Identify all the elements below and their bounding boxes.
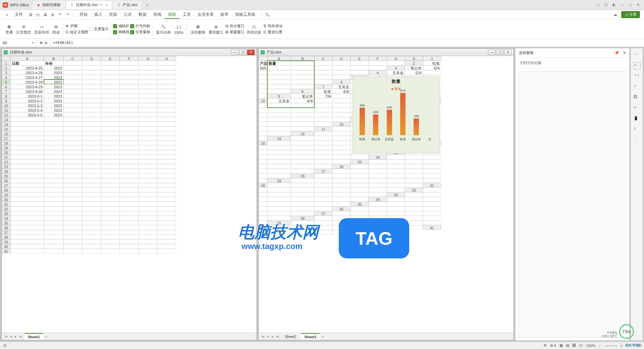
- cell[interactable]: [44, 145, 63, 150]
- cell[interactable]: [369, 65, 387, 70]
- cell[interactable]: [44, 239, 63, 244]
- cell[interactable]: [10, 249, 44, 253]
- cell[interactable]: [139, 244, 157, 249]
- cell[interactable]: [63, 192, 82, 197]
- menu-页面[interactable]: 页面: [106, 11, 120, 18]
- cell[interactable]: [314, 136, 332, 141]
- cell[interactable]: [157, 122, 176, 127]
- tab-templates[interactable]: ◆ 找稻壳模板: [33, 1, 65, 9]
- cell[interactable]: [332, 127, 351, 131]
- cell[interactable]: [332, 216, 351, 220]
- cell[interactable]: [139, 178, 157, 183]
- cell[interactable]: [120, 108, 139, 112]
- cell[interactable]: [63, 164, 82, 169]
- cell[interactable]: [10, 211, 44, 216]
- cell[interactable]: [120, 183, 139, 188]
- cell[interactable]: [44, 178, 63, 183]
- cell[interactable]: 8: [291, 89, 314, 94]
- cell[interactable]: [120, 192, 139, 197]
- sheet-nav-prev-icon[interactable]: ◂: [266, 334, 270, 339]
- save-icon[interactable]: 🖫: [28, 12, 34, 18]
- cell[interactable]: 2023-4-28: [10, 80, 44, 84]
- cell[interactable]: [157, 145, 176, 150]
- cell[interactable]: [259, 230, 267, 235]
- cell[interactable]: 2023-4-26: [10, 70, 44, 75]
- cell[interactable]: [314, 122, 332, 127]
- cell[interactable]: 40: [259, 225, 267, 230]
- cell[interactable]: [120, 188, 139, 192]
- cell[interactable]: [82, 206, 101, 211]
- share-button[interactable]: ⮍ 分享: [621, 11, 640, 18]
- menu-插入[interactable]: 插入: [91, 11, 106, 18]
- cell[interactable]: 13: [2, 117, 10, 122]
- cell[interactable]: [332, 188, 351, 192]
- cell[interactable]: [387, 188, 405, 192]
- cell[interactable]: [63, 136, 82, 141]
- cell[interactable]: [291, 117, 314, 122]
- cell[interactable]: [120, 235, 139, 239]
- cell[interactable]: [351, 70, 369, 75]
- cell[interactable]: [157, 94, 176, 98]
- cell[interactable]: [120, 216, 139, 220]
- cell[interactable]: [291, 183, 314, 188]
- wb-minimize-icon[interactable]: —: [488, 50, 495, 55]
- cell[interactable]: [291, 65, 314, 70]
- cell[interactable]: [44, 164, 63, 169]
- wb-maximize-icon[interactable]: ▢: [239, 50, 247, 55]
- cell[interactable]: 2: [405, 61, 423, 65]
- tab-products-file[interactable]: S 产品.xlsx: [113, 1, 142, 9]
- cell[interactable]: [157, 117, 176, 122]
- cell[interactable]: 21: [2, 155, 10, 159]
- cell[interactable]: [259, 136, 267, 141]
- cell[interactable]: [101, 202, 120, 206]
- cell[interactable]: 笔记本: [291, 94, 314, 98]
- cell[interactable]: [139, 216, 157, 220]
- cell[interactable]: [332, 103, 351, 108]
- cell[interactable]: [120, 220, 139, 225]
- cell[interactable]: E: [351, 56, 369, 61]
- cell[interactable]: [332, 159, 351, 164]
- cell[interactable]: 2023-5-1: [10, 94, 44, 98]
- cell[interactable]: [157, 84, 176, 89]
- cell[interactable]: [259, 108, 267, 112]
- cell[interactable]: [369, 159, 387, 164]
- cell[interactable]: [82, 230, 101, 235]
- cell[interactable]: [314, 173, 332, 178]
- cell[interactable]: 4: [2, 75, 10, 80]
- close-icon[interactable]: ×: [106, 3, 108, 7]
- cell[interactable]: [314, 80, 332, 84]
- cell[interactable]: [314, 117, 332, 122]
- cell[interactable]: [101, 216, 120, 220]
- cell[interactable]: [82, 192, 101, 197]
- cell[interactable]: [259, 89, 267, 94]
- cell[interactable]: [314, 98, 332, 103]
- cell[interactable]: [139, 155, 157, 159]
- cell[interactable]: [120, 173, 139, 178]
- cell[interactable]: [369, 164, 387, 169]
- zoom-in-icon[interactable]: +: [621, 344, 623, 348]
- cell[interactable]: 40: [2, 244, 10, 249]
- cell[interactable]: [423, 173, 441, 178]
- cell[interactable]: [387, 173, 405, 178]
- cell[interactable]: [332, 117, 351, 122]
- cell[interactable]: [259, 145, 267, 150]
- cell[interactable]: [332, 112, 351, 117]
- cell[interactable]: [10, 145, 44, 150]
- cell[interactable]: [10, 159, 44, 164]
- menu-工具[interactable]: 工具: [179, 11, 194, 18]
- cell[interactable]: [82, 131, 101, 136]
- cell[interactable]: [120, 169, 139, 173]
- cell[interactable]: 565: [259, 65, 267, 70]
- cell[interactable]: [423, 188, 441, 192]
- cell[interactable]: [314, 192, 332, 197]
- cell[interactable]: [120, 70, 139, 75]
- cell[interactable]: [120, 117, 139, 122]
- cell[interactable]: [44, 117, 63, 122]
- cell[interactable]: [259, 192, 267, 197]
- zoom-scale[interactable]: 🔍显示比例: [155, 22, 172, 36]
- cell[interactable]: [10, 173, 44, 178]
- cell[interactable]: [314, 164, 332, 169]
- cell[interactable]: [267, 150, 291, 155]
- cell[interactable]: [314, 145, 332, 150]
- cell[interactable]: [259, 159, 267, 164]
